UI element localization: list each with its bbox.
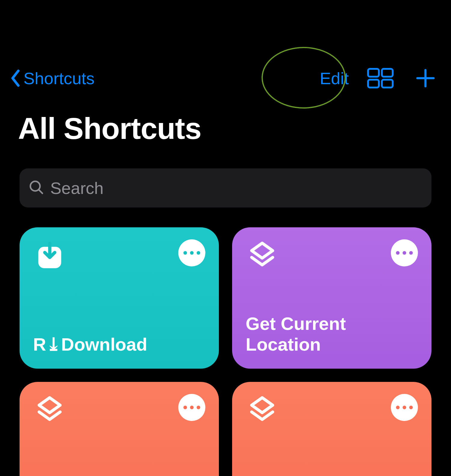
ellipsis-icon [396, 406, 400, 409]
ellipsis-icon [183, 251, 187, 255]
shortcut-title: Get Current Location [246, 313, 418, 357]
grid-view-icon[interactable] [367, 65, 394, 92]
ellipsis-icon [396, 251, 400, 255]
search-input[interactable]: Search [20, 168, 431, 207]
shortcut-title: R⤓Download [33, 334, 205, 357]
more-button[interactable] [178, 394, 205, 421]
shortcut-card[interactable] [232, 382, 431, 476]
search-placeholder: Search [50, 178, 103, 198]
back-label: Shortcuts [23, 69, 95, 88]
shortcut-card[interactable]: Get Current Location [232, 227, 431, 369]
svg-rect-1 [382, 69, 393, 77]
shortcuts-icon [246, 239, 279, 272]
search-icon [29, 180, 44, 196]
shortcut-card[interactable]: R⤓Download [20, 227, 219, 369]
shortcuts-icon [33, 394, 66, 427]
page-title: All Shortcuts [18, 111, 201, 146]
svg-rect-3 [382, 80, 393, 88]
shortcuts-icon [246, 394, 279, 427]
ellipsis-icon [183, 406, 187, 409]
edit-button[interactable]: Edit [320, 69, 349, 88]
chevron-left-icon [9, 68, 21, 89]
nav-bar: Shortcuts Edit [0, 60, 451, 96]
more-button[interactable] [391, 239, 418, 266]
svg-rect-2 [368, 80, 379, 88]
add-button[interactable] [412, 65, 439, 92]
back-button[interactable]: Shortcuts [9, 68, 95, 89]
svg-rect-0 [368, 69, 379, 77]
more-button[interactable] [178, 239, 205, 266]
more-button[interactable] [391, 394, 418, 421]
download-icon [33, 239, 66, 272]
shortcut-card[interactable] [20, 382, 219, 476]
